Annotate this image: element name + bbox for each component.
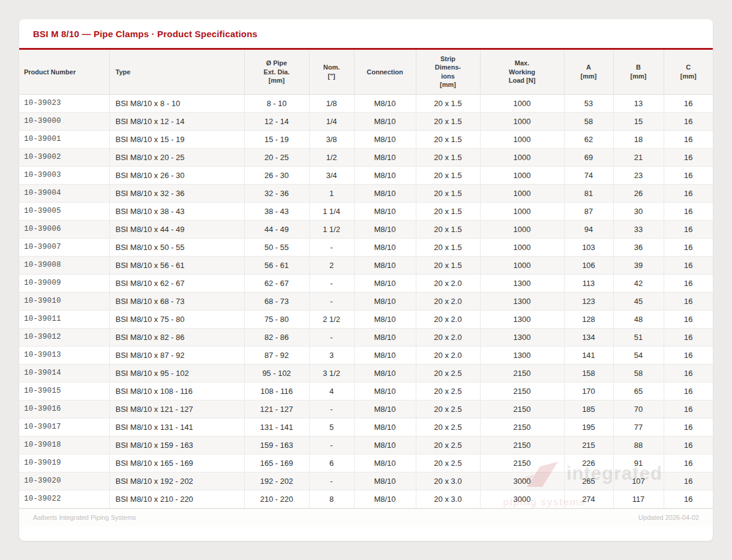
cell-c-mm: 16: [664, 184, 713, 202]
column-header-nom-inch: Nom.["]: [309, 50, 354, 94]
table-row: 10-39008BSI M8/10 x 56 - 6156 - 612M8/10…: [19, 256, 713, 274]
cell-pipe-ext-dia: 20 - 25: [244, 148, 309, 166]
cell-product-number: 10-39020: [19, 472, 109, 490]
cell-c-mm: 16: [664, 310, 713, 328]
cell-product-number: 10-39017: [19, 418, 109, 436]
cell-nom-inch: 1 1/2: [309, 220, 354, 238]
cell-c-mm: 16: [664, 256, 713, 274]
cell-connection: M8/10: [354, 454, 416, 472]
cell-product-number: 10-39011: [19, 310, 109, 328]
cell-nom-inch: -: [309, 238, 354, 256]
cell-b-mm: 39: [613, 256, 664, 274]
cell-max-working-load: 2150: [480, 364, 564, 382]
cell-c-mm: 16: [664, 292, 713, 310]
cell-nom-inch: 1/8: [309, 94, 354, 112]
cell-strip-dimensions: 20 x 2.5: [416, 364, 480, 382]
cell-connection: M8/10: [354, 94, 416, 112]
cell-nom-inch: -: [309, 472, 354, 490]
cell-product-number: 10-39003: [19, 166, 109, 184]
cell-b-mm: 15: [613, 112, 664, 130]
cell-nom-inch: -: [309, 292, 354, 310]
cell-connection: M8/10: [354, 238, 416, 256]
cell-max-working-load: 1000: [480, 256, 564, 274]
cell-strip-dimensions: 20 x 1.5: [416, 220, 480, 238]
cell-strip-dimensions: 20 x 1.5: [416, 256, 480, 274]
cell-nom-inch: 1: [309, 184, 354, 202]
cell-a-mm: 58: [564, 112, 613, 130]
cell-pipe-ext-dia: 12 - 14: [244, 112, 309, 130]
cell-type: BSI M8/10 x 12 - 14: [109, 112, 244, 130]
cell-b-mm: 51: [613, 328, 664, 346]
cell-max-working-load: 1000: [480, 238, 564, 256]
page-title: BSI M 8/10 — Pipe Clamps · Product Speci…: [33, 29, 257, 39]
cell-pipe-ext-dia: 50 - 55: [244, 238, 309, 256]
cell-pipe-ext-dia: 82 - 86: [244, 328, 309, 346]
cell-type: BSI M8/10 x 26 - 30: [109, 166, 244, 184]
cell-pipe-ext-dia: 131 - 141: [244, 418, 309, 436]
cell-max-working-load: 3000: [480, 490, 564, 508]
cell-nom-inch: 2 1/2: [309, 310, 354, 328]
cell-connection: M8/10: [354, 418, 416, 436]
cell-a-mm: 274: [564, 490, 613, 508]
cell-a-mm: 195: [564, 418, 613, 436]
cell-strip-dimensions: 20 x 1.5: [416, 94, 480, 112]
cell-nom-inch: 1 1/4: [309, 202, 354, 220]
cell-product-number: 10-39005: [19, 202, 109, 220]
table-row: 10-39001BSI M8/10 x 15 - 1915 - 193/8M8/…: [19, 130, 713, 148]
cell-connection: M8/10: [354, 148, 416, 166]
cell-type: BSI M8/10 x 44 - 49: [109, 220, 244, 238]
cell-strip-dimensions: 20 x 2.5: [416, 418, 480, 436]
cell-max-working-load: 1000: [480, 148, 564, 166]
cell-a-mm: 53: [564, 94, 613, 112]
footer-updated-label: Updated 2026-04-02: [638, 514, 699, 521]
cell-type: BSI M8/10 x 108 - 116: [109, 382, 244, 400]
cell-max-working-load: 2150: [480, 382, 564, 400]
cell-type: BSI M8/10 x 75 - 80: [109, 310, 244, 328]
cell-strip-dimensions: 20 x 1.5: [416, 184, 480, 202]
cell-type: BSI M8/10 x 68 - 73: [109, 292, 244, 310]
cell-type: BSI M8/10 x 32 - 36: [109, 184, 244, 202]
cell-b-mm: 107: [613, 472, 664, 490]
cell-product-number: 10-39014: [19, 364, 109, 382]
cell-a-mm: 134: [564, 328, 613, 346]
cell-connection: M8/10: [354, 346, 416, 364]
cell-b-mm: 30: [613, 202, 664, 220]
cell-connection: M8/10: [354, 274, 416, 292]
cell-type: BSI M8/10 x 87 - 92: [109, 346, 244, 364]
table-row: 10-39020BSI M8/10 x 192 - 202192 - 202-M…: [19, 472, 713, 490]
cell-pipe-ext-dia: 15 - 19: [244, 130, 309, 148]
cell-strip-dimensions: 20 x 1.5: [416, 130, 480, 148]
cell-max-working-load: 1300: [480, 346, 564, 364]
table-row: 10-39019BSI M8/10 x 165 - 169165 - 1696M…: [19, 454, 713, 472]
cell-c-mm: 16: [664, 490, 713, 508]
cell-type: BSI M8/10 x 95 - 102: [109, 364, 244, 382]
cell-product-number: 10-39015: [19, 382, 109, 400]
cell-b-mm: 23: [613, 166, 664, 184]
cell-b-mm: 77: [613, 418, 664, 436]
page: { "header": { "title": "BSI M 8/10 — Pip…: [0, 0, 732, 560]
cell-c-mm: 16: [664, 94, 713, 112]
table-header: Product NumberTypeØ PipeExt. Dia.[mm]Nom…: [19, 50, 713, 94]
table-row: 10-39014BSI M8/10 x 95 - 10295 - 1023 1/…: [19, 364, 713, 382]
cell-nom-inch: 3/4: [309, 166, 354, 184]
cell-max-working-load: 1300: [480, 328, 564, 346]
cell-product-number: 10-39009: [19, 274, 109, 292]
cell-b-mm: 117: [613, 490, 664, 508]
cell-product-number: 10-39012: [19, 328, 109, 346]
cell-strip-dimensions: 20 x 3.0: [416, 472, 480, 490]
cell-c-mm: 16: [664, 436, 713, 454]
table-row: 10-39011BSI M8/10 x 75 - 8075 - 802 1/2M…: [19, 310, 713, 328]
cell-b-mm: 48: [613, 310, 664, 328]
cell-a-mm: 215: [564, 436, 613, 454]
cell-product-number: 10-39007: [19, 238, 109, 256]
cell-connection: M8/10: [354, 130, 416, 148]
cell-pipe-ext-dia: 32 - 36: [244, 184, 309, 202]
cell-c-mm: 16: [664, 112, 713, 130]
cell-b-mm: 70: [613, 400, 664, 418]
cell-connection: M8/10: [354, 472, 416, 490]
cell-connection: M8/10: [354, 328, 416, 346]
cell-type: BSI M8/10 x 38 - 43: [109, 202, 244, 220]
cell-product-number: 10-39023: [19, 94, 109, 112]
footer-brand-label: Aalberts Integrated Piping Systems: [33, 514, 136, 521]
cell-nom-inch: 2: [309, 256, 354, 274]
